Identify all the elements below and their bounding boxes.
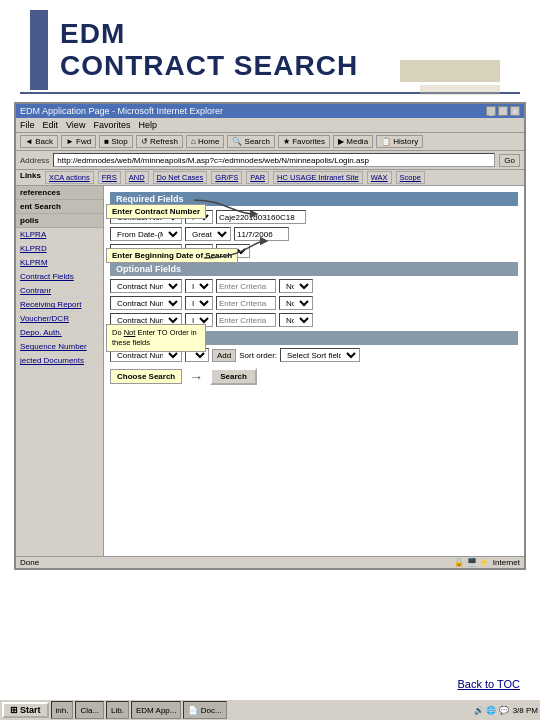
clock: 3/8 PM (513, 706, 538, 715)
browser-titlebar: EDM Application Page - Microsoft Interne… (16, 104, 524, 118)
windows-icon: ⊞ (10, 705, 18, 715)
links-label: Links (20, 171, 41, 184)
browser-addressbar: Address Go (16, 151, 524, 170)
close-button[interactable]: × (510, 106, 520, 116)
sidebar-item-klpra[interactable]: KLPRA (16, 228, 103, 242)
favorites-button[interactable]: ★ Favorites (278, 135, 330, 148)
opt-field-select-2[interactable]: Contract Number (110, 296, 182, 310)
go-button[interactable]: Go (499, 154, 520, 167)
sidebar-item-klprm[interactable]: KLPRM (16, 256, 103, 270)
status-icons: 🔒 🖥️ ⚡ (454, 558, 488, 567)
stop-button[interactable]: ■ Stop (99, 135, 133, 148)
address-label: Address (20, 156, 49, 165)
optional-row-2: Contract Number Is None (110, 296, 518, 310)
menu-view[interactable]: View (66, 120, 85, 130)
optional-row-1: Contract Number Is None (110, 279, 518, 293)
sidebar-section-ent: ent Search (16, 200, 103, 214)
sidebar-item-sequence-number[interactable]: Sequence Number (16, 340, 103, 354)
sidebar-item-klprd[interactable]: KLPRD (16, 242, 103, 256)
sidebar-item-depo-auth[interactable]: Depo. Auth. (16, 326, 103, 340)
minimize-button[interactable]: _ (486, 106, 496, 116)
search-button[interactable]: Search (210, 368, 257, 385)
add-button[interactable]: Add (212, 349, 236, 362)
opt-criteria-input-3[interactable] (216, 313, 276, 327)
back-button[interactable]: ◄ Back (20, 135, 58, 148)
req-field-select-2[interactable]: From Date-(MM/DD/YYYY) (110, 227, 182, 241)
callout-enter-contract-number: Enter Contract Number (106, 204, 206, 219)
browser-title: EDM Application Page - Microsoft Interne… (20, 106, 223, 116)
donot-text: Do Not Enter TO Order inthese fields (112, 328, 197, 347)
opt-criteria-input-2[interactable] (216, 296, 276, 310)
taskbar: ⊞ Start inh. Cla... Lib. EDM App... 📄 Do… (0, 698, 540, 720)
title-area: EDM CONTRACT SEARCH (0, 0, 540, 92)
sidebar-item-contract-fields[interactable]: Contract Fields (16, 270, 103, 284)
zone-text: Internet (493, 558, 520, 567)
menu-edit[interactable]: Edit (43, 120, 59, 130)
sidebar-section-polis: polis (16, 214, 103, 228)
callout-enter-beginning-date: Enter Beginning Date of Search (106, 248, 238, 263)
taskbar-item-inh[interactable]: inh. (51, 701, 74, 719)
taskbar-item-cla[interactable]: Cla... (75, 701, 104, 719)
refresh-button[interactable]: ↺ Refresh (136, 135, 183, 148)
sidebar-item-jected-documents[interactable]: jected Documents (16, 354, 103, 368)
link-grfs[interactable]: GR/FS (211, 171, 242, 184)
opt-none-select-3[interactable]: None (279, 313, 313, 327)
req-value-input-1[interactable] (216, 210, 306, 224)
titlebar-buttons: _ □ × (486, 106, 520, 116)
sidebar-item-contranr[interactable]: Contranr (16, 284, 103, 298)
link-hcusage[interactable]: HC USAGE Intranet Site (273, 171, 363, 184)
taskbar-item-doc[interactable]: 📄 Doc... (183, 701, 226, 719)
browser-linksbar: Links XCA actions FRS AND Do Net Cases G… (16, 170, 524, 186)
home-button[interactable]: ⌂ Home (186, 135, 224, 148)
opt-criteria-input-1[interactable] (216, 279, 276, 293)
optional-fields-header: Optional Fields (110, 262, 518, 276)
forward-button[interactable]: ► Fwd (61, 135, 96, 148)
link-par[interactable]: PAR (246, 171, 269, 184)
sys-tray-icons: 🔊 🌐 💬 (474, 706, 508, 715)
form-area: Required Fields Contract Number Is From … (104, 186, 524, 556)
link-scope[interactable]: Scope (396, 171, 425, 184)
search-button-tb[interactable]: 🔍 Search (227, 135, 275, 148)
donot-box: Do Not Enter TO Order inthese fields (106, 324, 206, 352)
start-label: Start (20, 705, 41, 715)
link-frs[interactable]: FRS (98, 171, 121, 184)
deco-bar (400, 60, 500, 82)
menu-file[interactable]: File (20, 120, 35, 130)
browser-window: EDM Application Page - Microsoft Interne… (14, 102, 526, 570)
history-button[interactable]: 📋 History (376, 135, 423, 148)
address-input[interactable] (53, 153, 495, 167)
menu-help[interactable]: Help (138, 120, 157, 130)
sidebar: references ent Search polis KLPRA KLPRD … (16, 186, 104, 556)
sidebar-section-references: references (16, 186, 103, 200)
opt-none-select-1[interactable]: None (279, 279, 313, 293)
taskbar-item-browser[interactable]: EDM App... (131, 701, 181, 719)
opt-operator-select-1[interactable]: Is (185, 279, 213, 293)
maximize-button[interactable]: □ (498, 106, 508, 116)
deco-bar2 (420, 85, 500, 95)
sort-order-select[interactable]: Select Sort fields (280, 348, 360, 362)
media-button[interactable]: ▶ Media (333, 135, 373, 148)
taskbar-item-lib[interactable]: Lib. (106, 701, 129, 719)
taskbar-right: 🔊 🌐 💬 3/8 PM (474, 706, 538, 715)
choose-search-box: Choose Search (110, 369, 182, 384)
link-wax[interactable]: WAX (367, 171, 392, 184)
link-and[interactable]: AND (125, 171, 149, 184)
opt-field-select-1[interactable]: Contract Number (110, 279, 182, 293)
menu-favorites[interactable]: Favorites (93, 120, 130, 130)
link-donet[interactable]: Do Net Cases (153, 171, 208, 184)
browser-toolbar: ◄ Back ► Fwd ■ Stop ↺ Refresh ⌂ Home 🔍 S… (16, 133, 524, 151)
req-value-input-2[interactable] (234, 227, 289, 241)
required-row-2: From Date-(MM/DD/YYYY) Greater Than (110, 227, 518, 241)
sort-order-label: Sort order: (239, 351, 277, 360)
back-to-toc[interactable]: Back to TOC (457, 678, 520, 690)
status-text: Done (20, 558, 39, 567)
sidebar-item-receiving-report[interactable]: Receiving Report (16, 298, 103, 312)
opt-none-select-2[interactable]: None (279, 296, 313, 310)
sidebar-item-voucher-dcr[interactable]: Voucher/DCR (16, 312, 103, 326)
browser-content: references ent Search polis KLPRA KLPRD … (16, 186, 524, 556)
req-operator-select-2[interactable]: Greater Than (185, 227, 231, 241)
arrow-icon-search: → (189, 369, 203, 385)
opt-operator-select-2[interactable]: Is (185, 296, 213, 310)
link-xca[interactable]: XCA actions (45, 171, 94, 184)
start-button[interactable]: ⊞ Start (2, 702, 49, 718)
